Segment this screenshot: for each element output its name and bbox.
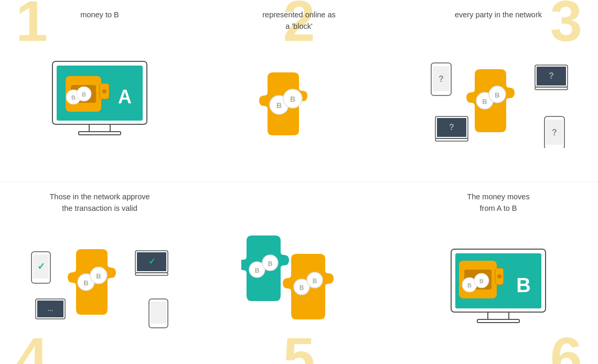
svg-text:?: ?: [552, 128, 557, 137]
svg-rect-3: [79, 132, 121, 135]
svg-point-11: [102, 89, 106, 93]
svg-text:B: B: [71, 94, 76, 101]
svg-text:B: B: [96, 272, 101, 280]
svg-text:...: ...: [48, 305, 54, 313]
svg-rect-50: [151, 302, 166, 324]
svg-text:?: ?: [439, 74, 444, 83]
svg-text:B: B: [313, 277, 317, 285]
svg-text:?: ?: [449, 123, 454, 132]
svg-rect-45: [135, 273, 168, 275]
infographic-grid: 1 money to B B B: [0, 0, 598, 364]
svg-text:B: B: [276, 101, 282, 110]
svg-rect-61: [488, 312, 509, 319]
step-3-text: every party in the network: [455, 9, 542, 21]
step-1-text: money to B: [80, 9, 119, 21]
svg-text:B: B: [482, 98, 487, 105]
svg-text:B: B: [268, 260, 273, 267]
svg-text:B: B: [255, 267, 260, 274]
svg-text:B: B: [300, 284, 304, 292]
step-4-illustration: B B ✓ ✓ ...: [10, 219, 189, 359]
step-4-cell: 4 Those in the network approvethe transa…: [0, 182, 199, 364]
step-6-illustration: B B B: [409, 219, 588, 359]
step-6-cell: 6 The money movesfrom A to B B B: [399, 182, 598, 364]
step-4-text: Those in the network approvethe transact…: [49, 191, 150, 215]
step-1-cell: 1 money to B B B: [0, 0, 199, 182]
svg-text:B: B: [516, 274, 530, 296]
svg-text:B: B: [467, 282, 472, 288]
step-5-cell: 5 B B B B: [199, 182, 399, 364]
step-3-cell: 3 every party in the network B B ? ?: [399, 0, 598, 182]
svg-text:B: B: [495, 91, 499, 99]
step-6-text: The money movesfrom A to B: [467, 191, 529, 215]
svg-rect-31: [435, 138, 468, 141]
svg-point-70: [497, 274, 501, 279]
svg-rect-62: [477, 319, 519, 323]
svg-text:✓: ✓: [37, 261, 45, 272]
step-2-text: represented online asa 'block': [262, 9, 335, 33]
svg-text:?: ?: [549, 71, 554, 80]
step-2-cell: 2 represented online asa 'block' B B: [199, 0, 399, 182]
step-2-illustration: B B: [210, 37, 388, 177]
svg-text:B: B: [479, 278, 484, 284]
svg-rect-2: [89, 124, 110, 132]
step-3-illustration: B B ? ? ? ?: [409, 25, 588, 176]
svg-text:B: B: [83, 279, 88, 287]
svg-text:B: B: [82, 91, 86, 98]
step-1-illustration: B B A: [10, 25, 189, 176]
svg-text:✓: ✓: [148, 257, 155, 266]
svg-text:B: B: [290, 95, 295, 103]
step-5-illustration: B B B B: [210, 196, 388, 359]
svg-text:A: A: [118, 86, 132, 108]
svg-rect-27: [535, 87, 568, 90]
